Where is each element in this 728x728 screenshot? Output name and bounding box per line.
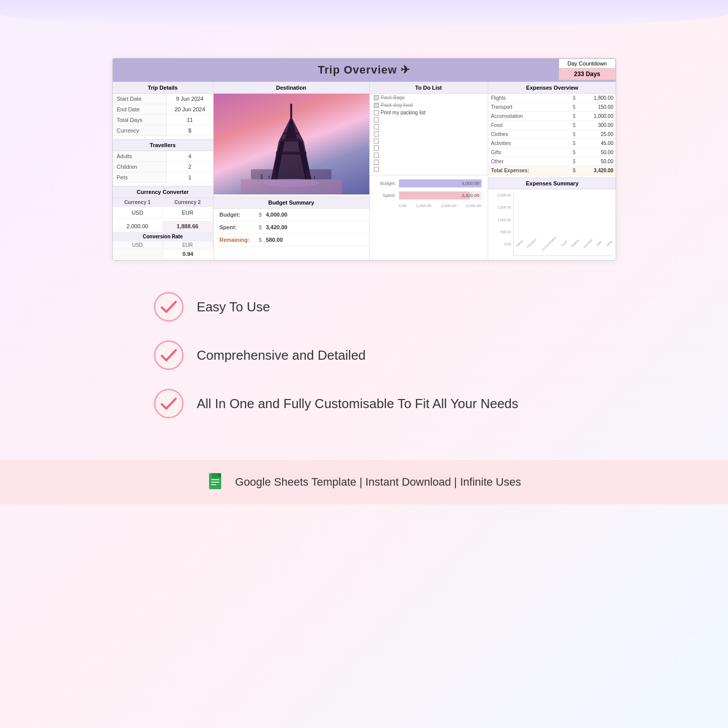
expense-other-name: Other bbox=[491, 159, 563, 164]
svg-rect-4 bbox=[276, 152, 306, 155]
trip-details-title: Trip Details bbox=[113, 82, 213, 94]
pets-value: 1 bbox=[167, 172, 213, 182]
remaining-label: Remaining: bbox=[220, 237, 255, 243]
expense-clothes-name: Clothes bbox=[491, 131, 563, 137]
checkbox-3[interactable] bbox=[374, 110, 379, 115]
total-days-label: Total Days bbox=[113, 115, 167, 125]
sheet-body: Trip Details Start Date 9 Jun 2024 End D… bbox=[113, 82, 616, 260]
checkbox-2[interactable] bbox=[374, 103, 379, 108]
svg-rect-10 bbox=[306, 169, 332, 179]
adults-value: 4 bbox=[167, 151, 213, 161]
budget-label: Budget: bbox=[220, 212, 255, 218]
todo-text-3: Print my packing list bbox=[381, 110, 426, 115]
checkbox-7[interactable] bbox=[374, 139, 379, 144]
budget-row: Budget: $ 4,000.00 bbox=[214, 209, 369, 221]
spent-bar-label: Spent: bbox=[376, 193, 396, 198]
bar-accomodation-label: Accomodation bbox=[541, 236, 557, 251]
children-row: Children 2 bbox=[113, 162, 213, 172]
budget-dollar: $ bbox=[259, 212, 262, 218]
budget-summary-title: Budget Summary bbox=[214, 196, 369, 209]
todo-item-8 bbox=[370, 145, 488, 152]
start-date-row: Start Date 9 Jun 2024 bbox=[113, 94, 213, 104]
expense-transport: Transport $ 150.00 bbox=[488, 103, 616, 112]
svg-rect-7 bbox=[290, 104, 292, 118]
budget-amount: 4,000.00 bbox=[266, 212, 288, 218]
expense-flights: Flights $ 1,800.00 bbox=[488, 94, 616, 103]
todo-item-11 bbox=[370, 166, 488, 173]
y-axis: 2,000.00 1,500.00 1,000.00 500.00 0.00 bbox=[492, 193, 511, 246]
conversion-rate-row: 0.94 bbox=[113, 249, 213, 259]
expense-transport-dollar: $ bbox=[565, 104, 575, 110]
budget-bar-value: 4,000.00 bbox=[461, 181, 479, 186]
todo-section: To Do List Pack Bags Pack dog food Print… bbox=[370, 82, 488, 260]
budget-bar-row: Budget: 4,000.00 bbox=[376, 179, 482, 187]
adults-row: Adults 4 bbox=[113, 151, 213, 162]
y-500: 500.00 bbox=[492, 230, 511, 234]
checkbox-5[interactable] bbox=[374, 124, 379, 129]
y-1500: 1,500.00 bbox=[492, 206, 511, 209]
expense-activities-amount: 45.00 bbox=[577, 141, 613, 146]
expense-other: Other $ 50.00 bbox=[488, 157, 616, 166]
currency1-header: Currency 1 bbox=[113, 198, 163, 207]
todo-item-7 bbox=[370, 138, 488, 145]
bar-accomodation: Accomodation bbox=[539, 240, 558, 245]
remaining-row: Remaining: $ 580.00 bbox=[214, 234, 369, 246]
expense-gifts: Gifts $ 50.00 bbox=[488, 148, 616, 157]
bottom-banner: Google Sheets Template | Instant Downloa… bbox=[0, 460, 728, 504]
svg-rect-5 bbox=[281, 139, 301, 142]
currency-names-row: USD EUR bbox=[113, 207, 213, 219]
chart-axis: 0.00 1,000.00 2,000.00 3,000.00 bbox=[376, 204, 482, 208]
destination-section: Destination bbox=[214, 82, 370, 260]
feature-3-text: All In One and Fully Customisable To Fit… bbox=[197, 396, 518, 412]
spent-row: Spent: $ 3,420.00 bbox=[214, 221, 369, 234]
todo-text-1: Pack Bags bbox=[381, 95, 405, 100]
checkbox-1[interactable] bbox=[374, 95, 379, 100]
end-date-row: End Date 20 Jun 2024 bbox=[113, 104, 213, 115]
expense-food-dollar: $ bbox=[565, 122, 575, 128]
feature-1-text: Easy To Use bbox=[197, 299, 270, 315]
todo-item-6 bbox=[370, 130, 488, 138]
checkbox-10[interactable] bbox=[374, 160, 379, 165]
expense-total-name: Total Expenses: bbox=[491, 168, 563, 173]
svg-rect-14 bbox=[314, 176, 315, 179]
expense-total-amount: 3,420.00 bbox=[577, 168, 613, 173]
budget-chart: Budget: 4,000.00 Spent: 3,420.00 bbox=[370, 175, 488, 212]
checkbox-11[interactable] bbox=[374, 167, 379, 172]
checkbox-4[interactable] bbox=[374, 117, 379, 122]
todo-item-3: Print my packing list bbox=[370, 109, 488, 116]
feature-2-text: Comprehensive and Detailed bbox=[197, 348, 366, 363]
expenses-summary-title: Expenses Summary bbox=[488, 177, 616, 189]
feature-2: Comprehensive and Detailed bbox=[153, 339, 576, 371]
expense-gifts-amount: 50.00 bbox=[577, 150, 613, 155]
expense-accomodation-amount: 1,000.00 bbox=[577, 113, 613, 119]
spent-dollar: $ bbox=[259, 224, 262, 230]
bar-activities: Activities bbox=[581, 240, 593, 245]
currency1-name: USD bbox=[113, 207, 163, 218]
destination-image bbox=[214, 94, 369, 194]
sheet-title: Trip Overview ✈ bbox=[318, 63, 410, 77]
end-date-label: End Date bbox=[113, 104, 167, 114]
svg-rect-25 bbox=[211, 482, 219, 483]
total-days-row: Total Days 11 bbox=[113, 115, 213, 125]
checkbox-6[interactable] bbox=[374, 131, 379, 137]
axis-3000: 3,000.00 bbox=[466, 204, 481, 208]
axis-0: 0.00 bbox=[399, 204, 407, 208]
budget-bar-label: Budget: bbox=[376, 181, 396, 186]
checkbox-9[interactable] bbox=[374, 153, 379, 158]
expense-accomodation-name: Accomodation bbox=[491, 113, 563, 119]
top-decoration bbox=[0, 0, 728, 28]
todo-title: To Do List bbox=[370, 82, 488, 94]
y-1000: 1,000.00 bbox=[492, 218, 511, 222]
expense-other-amount: 50.00 bbox=[577, 159, 613, 164]
expense-clothes-dollar: $ bbox=[565, 131, 575, 137]
todo-item-10 bbox=[370, 159, 488, 166]
expense-transport-name: Transport bbox=[491, 104, 563, 110]
currency-converter-title: Currency Converter bbox=[113, 186, 213, 198]
currency-input[interactable]: 2,000.00 bbox=[113, 221, 163, 232]
feature-3: All In One and Fully Customisable To Fit… bbox=[153, 387, 576, 420]
remaining-amount: 580.00 bbox=[266, 237, 283, 243]
children-value: 2 bbox=[167, 162, 213, 172]
checkbox-8[interactable] bbox=[374, 146, 379, 151]
expenses-overview-title: Expenses Overview bbox=[488, 82, 616, 94]
y-2000: 2,000.00 bbox=[492, 193, 511, 197]
